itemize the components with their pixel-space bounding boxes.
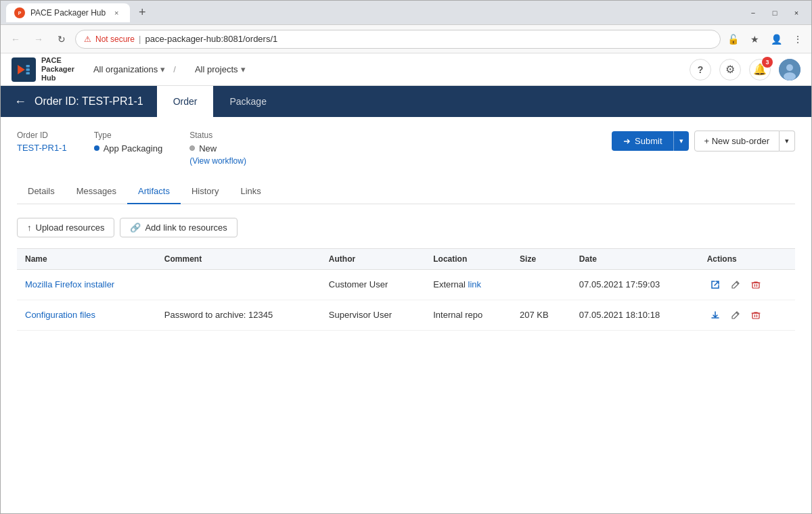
col-size: Size xyxy=(512,248,571,269)
tab-close-button[interactable]: × xyxy=(111,7,122,18)
browser-window: P PACE Packager Hub × + − □ × ← → ↻ ⚠ No… xyxy=(0,0,812,514)
artifact-author-cell: Customer User xyxy=(321,269,425,300)
security-warning-icon: ⚠ xyxy=(84,34,91,44)
project-selector[interactable]: All projects ▾ xyxy=(195,64,246,74)
logo-area: PACE Packager Hub xyxy=(12,56,74,83)
table-row: Mozilla Firefox installer Customer User … xyxy=(17,269,795,300)
col-date: Date xyxy=(571,248,699,269)
svg-rect-4 xyxy=(26,64,30,67)
download-icon xyxy=(710,310,720,320)
profile-icon[interactable]: 🔓 xyxy=(725,31,741,47)
edit-button-row2[interactable] xyxy=(727,307,744,323)
artifact-action-buttons: ↑ Upload resources 🔗 Add link to resourc… xyxy=(17,218,795,237)
address-bar-right: 🔓 ★ 👤 ⋮ xyxy=(725,31,806,47)
new-tab-button[interactable]: + xyxy=(133,3,152,22)
submit-dropdown-button[interactable]: ▾ xyxy=(673,131,689,151)
external-link-text[interactable]: link xyxy=(468,279,482,289)
avatar[interactable] xyxy=(779,59,800,80)
artifact-actions-cell xyxy=(699,269,795,300)
download-button-row2[interactable] xyxy=(707,307,723,323)
tab-messages[interactable]: Messages xyxy=(66,179,127,204)
artifact-name-link-2[interactable]: Configuration files xyxy=(25,310,95,320)
artifact-name-cell: Mozilla Firefox installer xyxy=(17,269,156,300)
delete-button-row1[interactable] xyxy=(748,277,764,293)
col-comment: Comment xyxy=(156,248,321,269)
artifact-author-cell: Supervisor User xyxy=(321,300,425,330)
delete-button-row2[interactable] xyxy=(748,307,764,323)
browser-tab[interactable]: P PACE Packager Hub × xyxy=(6,3,130,22)
maximize-button[interactable]: □ xyxy=(765,7,784,19)
order-id-label: Order ID xyxy=(17,131,67,140)
submit-button[interactable]: Submit xyxy=(612,131,673,151)
artifact-location-cell: Internal repo xyxy=(425,300,512,330)
account-icon[interactable]: 👤 xyxy=(768,31,784,47)
tab-details[interactable]: Details xyxy=(17,179,66,204)
tab-title: PACE Packager Hub xyxy=(30,8,106,18)
tab-history[interactable]: History xyxy=(181,179,229,204)
status-value: New xyxy=(189,143,246,154)
org-project-separator: / xyxy=(173,64,176,74)
tab-order[interactable]: Order xyxy=(157,86,214,117)
svg-rect-6 xyxy=(26,72,30,74)
back-order-button[interactable]: ← xyxy=(14,95,26,109)
url-text: pace-packager-hub:8081/orders/1 xyxy=(145,34,277,44)
status-dot xyxy=(189,145,195,151)
logo-box xyxy=(12,57,36,82)
minimize-button[interactable]: − xyxy=(744,7,763,19)
org-selector[interactable]: All organizations ▾ xyxy=(93,64,165,74)
action-icons-row1 xyxy=(707,277,787,293)
back-button[interactable]: ← xyxy=(6,30,25,49)
svg-rect-5 xyxy=(26,68,30,71)
svg-point-8 xyxy=(786,64,793,71)
address-bar: ← → ↻ ⚠ Not secure | pace-packager-hub:8… xyxy=(1,25,811,53)
svg-rect-10 xyxy=(752,283,759,288)
new-suborder-button-group: + New sub-order ▾ xyxy=(694,131,795,151)
new-suborder-button[interactable]: + New sub-order xyxy=(694,131,780,151)
new-suborder-dropdown-button[interactable]: ▾ xyxy=(780,131,795,151)
delete-icon-2 xyxy=(751,310,761,320)
logo-text: PACE Packager Hub xyxy=(41,56,74,83)
artifact-name-link[interactable]: Mozilla Firefox installer xyxy=(25,279,114,289)
upload-icon: ↑ xyxy=(27,223,32,233)
view-workflow-link[interactable]: (View workflow) xyxy=(189,156,246,166)
col-actions: Actions xyxy=(699,248,795,269)
edit-icon xyxy=(731,280,740,289)
artifact-actions-cell-2 xyxy=(699,300,795,330)
artifact-comment-cell: Password to archive: 12345 xyxy=(156,300,321,330)
type-value: App Packaging xyxy=(94,143,162,154)
link-icon: 🔗 xyxy=(130,223,141,233)
order-id-value[interactable]: TEST-PR1-1 xyxy=(17,143,67,153)
edit-icon-2 xyxy=(731,310,740,320)
reload-button[interactable]: ↻ xyxy=(52,30,71,49)
svg-text:P: P xyxy=(18,11,22,16)
submit-button-group: Submit ▾ xyxy=(612,131,688,151)
add-link-resources-button[interactable]: 🔗 Add link to resources xyxy=(120,218,237,237)
open-external-link-button[interactable] xyxy=(707,277,723,293)
table-row: Configuration files Password to archive:… xyxy=(17,300,795,330)
window-controls: − □ × xyxy=(744,7,806,19)
tab-package[interactable]: Package xyxy=(213,86,282,117)
order-id-group: Order ID TEST-PR1-1 xyxy=(17,131,67,153)
logo-svg xyxy=(13,59,35,80)
url-separator: | xyxy=(139,34,141,44)
url-box[interactable]: ⚠ Not secure | pace-packager-hub:8081/or… xyxy=(75,30,721,49)
order-id-title: Order ID: TEST-PR1-1 xyxy=(35,95,143,108)
close-button[interactable]: × xyxy=(787,7,806,19)
svg-rect-11 xyxy=(752,313,759,319)
submit-icon xyxy=(623,137,631,145)
settings-button[interactable]: ⚙ xyxy=(719,59,741,80)
col-author: Author xyxy=(321,248,425,269)
edit-button-row1[interactable] xyxy=(727,277,744,293)
tab-links[interactable]: Links xyxy=(229,179,271,204)
forward-button[interactable]: → xyxy=(29,30,48,49)
artifact-date-cell: 07.05.2021 18:10:18 xyxy=(571,300,699,330)
external-link-icon xyxy=(710,280,720,289)
delete-icon xyxy=(751,280,761,289)
order-tab-list: Order Package xyxy=(157,86,283,117)
tab-artifacts[interactable]: Artifacts xyxy=(127,179,181,204)
bookmark-icon[interactable]: ★ xyxy=(746,31,763,47)
menu-icon[interactable]: ⋮ xyxy=(790,31,806,47)
notifications-button[interactable]: 🔔 3 xyxy=(749,59,771,80)
help-button[interactable]: ? xyxy=(690,59,711,80)
upload-resources-button[interactable]: ↑ Upload resources xyxy=(17,218,114,237)
